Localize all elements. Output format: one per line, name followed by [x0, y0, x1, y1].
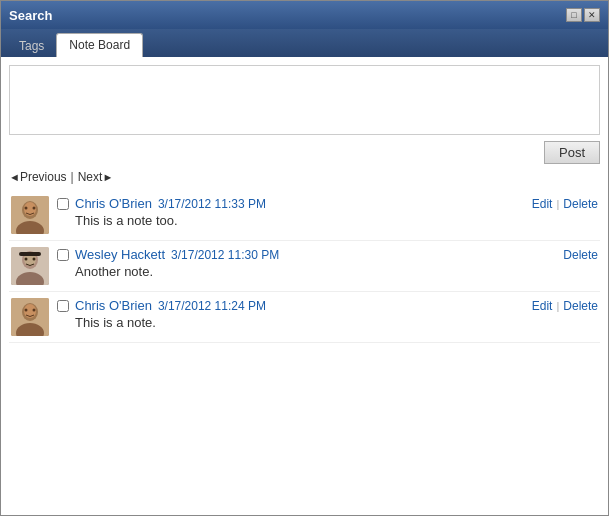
note-author[interactable]: Chris O'Brien	[75, 196, 152, 211]
avatar	[11, 196, 49, 234]
previous-link[interactable]: Previous	[20, 170, 67, 184]
delete-link[interactable]: Delete	[563, 299, 598, 313]
note-actions: Edit | Delete	[532, 299, 598, 313]
svg-rect-12	[19, 252, 41, 256]
content-area: Post ◄ Previous | Next ►	[1, 57, 608, 515]
title-bar: Search □ ✕	[1, 1, 608, 29]
note-text: This is a note too.	[57, 213, 598, 228]
svg-point-10	[25, 258, 28, 261]
delete-link[interactable]: Delete	[563, 248, 598, 262]
window-title: Search	[9, 8, 52, 23]
table-row: Chris O'Brien 3/17/2012 11:33 PM Edit | …	[9, 190, 600, 241]
note-actions: Delete	[563, 248, 598, 262]
tab-tags[interactable]: Tags	[7, 35, 56, 57]
note-header: Wesley Hackett 3/17/2012 11:30 PM Delete	[57, 247, 598, 262]
note-author[interactable]: Chris O'Brien	[75, 298, 152, 313]
delete-link[interactable]: Delete	[563, 197, 598, 211]
note-checkbox[interactable]	[57, 300, 69, 312]
note-checkbox[interactable]	[57, 198, 69, 210]
svg-point-11	[33, 258, 36, 261]
avatar-image	[11, 196, 49, 234]
note-input[interactable]	[9, 65, 600, 135]
next-chevron-icon: ►	[102, 171, 113, 183]
action-separator: |	[556, 198, 559, 210]
close-button[interactable]: ✕	[584, 8, 600, 22]
note-date: 3/17/2012 11:30 PM	[171, 248, 279, 262]
note-body: Wesley Hackett 3/17/2012 11:30 PM Delete…	[57, 247, 598, 279]
note-body: Chris O'Brien 3/17/2012 11:24 PM Edit | …	[57, 298, 598, 330]
svg-point-17	[25, 309, 28, 312]
svg-point-5	[33, 207, 36, 210]
next-link[interactable]: Next	[78, 170, 103, 184]
svg-point-18	[33, 309, 36, 312]
note-date: 3/17/2012 11:24 PM	[158, 299, 266, 313]
note-checkbox[interactable]	[57, 249, 69, 261]
edit-link[interactable]: Edit	[532, 299, 553, 313]
note-actions: Edit | Delete	[532, 197, 598, 211]
note-body: Chris O'Brien 3/17/2012 11:33 PM Edit | …	[57, 196, 598, 228]
table-row: Chris O'Brien 3/17/2012 11:24 PM Edit | …	[9, 292, 600, 343]
restore-button[interactable]: □	[566, 8, 582, 22]
pagination-separator: |	[71, 170, 74, 184]
search-window: Search □ ✕ Tags Note Board Post ◄ Previo…	[0, 0, 609, 516]
note-header: Chris O'Brien 3/17/2012 11:24 PM Edit | …	[57, 298, 598, 313]
prev-chevron-icon: ◄	[9, 171, 20, 183]
avatar	[11, 298, 49, 336]
avatar-image	[11, 298, 49, 336]
post-row: Post	[9, 141, 600, 164]
avatar-image	[11, 247, 49, 285]
note-text: This is a note.	[57, 315, 598, 330]
tab-note-board[interactable]: Note Board	[56, 33, 143, 57]
tab-bar: Tags Note Board	[1, 29, 608, 57]
action-separator: |	[556, 300, 559, 312]
notes-list: Chris O'Brien 3/17/2012 11:33 PM Edit | …	[9, 190, 600, 507]
window-controls: □ ✕	[566, 8, 600, 22]
avatar	[11, 247, 49, 285]
note-author[interactable]: Wesley Hackett	[75, 247, 165, 262]
note-text: Another note.	[57, 264, 598, 279]
note-header: Chris O'Brien 3/17/2012 11:33 PM Edit | …	[57, 196, 598, 211]
svg-point-4	[25, 207, 28, 210]
pagination-row: ◄ Previous | Next ►	[9, 168, 600, 190]
edit-link[interactable]: Edit	[532, 197, 553, 211]
note-date: 3/17/2012 11:33 PM	[158, 197, 266, 211]
table-row: Wesley Hackett 3/17/2012 11:30 PM Delete…	[9, 241, 600, 292]
post-button[interactable]: Post	[544, 141, 600, 164]
